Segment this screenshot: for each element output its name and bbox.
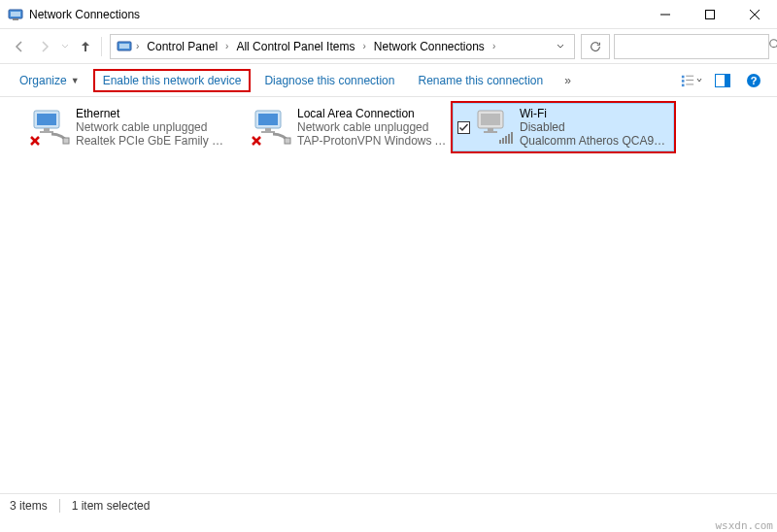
back-button[interactable]	[8, 35, 31, 58]
search-icon[interactable]	[768, 38, 777, 54]
connection-device: Realtek PCIe GbE Family Cont...	[76, 134, 229, 148]
recent-dropdown[interactable]	[58, 35, 72, 58]
svg-rect-15	[682, 83, 685, 86]
svg-rect-41	[484, 131, 497, 133]
connection-name: Wi-Fi	[520, 107, 671, 120]
connection-name: Local Area Connection	[297, 107, 451, 120]
enable-label: Enable this network device	[103, 74, 242, 87]
organize-button[interactable]: Organize ▼	[10, 69, 89, 92]
selection-count: 1 item selected	[72, 499, 151, 513]
diagnose-button[interactable]: Diagnose this connection	[254, 69, 404, 92]
svg-rect-1	[11, 12, 20, 17]
titlebar: Network Connections	[0, 0, 777, 29]
connection-item-local-area[interactable]: Local Area Connection Network cable unpl…	[231, 103, 453, 151]
svg-rect-22	[37, 114, 56, 125]
svg-rect-31	[265, 128, 271, 131]
connection-device: TAP-ProtonVPN Windows Ad...	[297, 134, 451, 148]
diagnose-label: Diagnose this connection	[264, 74, 394, 87]
preview-pane-button[interactable]	[709, 68, 736, 93]
connection-text: Local Area Connection Network cable unpl…	[295, 107, 451, 148]
connection-text: Wi-Fi Disabled Qualcomm Atheros QCA9377.…	[518, 107, 671, 148]
error-badge-icon	[249, 133, 264, 149]
enable-device-button[interactable]: Enable this network device	[93, 69, 252, 92]
connection-icon	[249, 106, 295, 149]
rename-label: Rename this connection	[418, 74, 543, 87]
statusbar: 3 items 1 item selected	[0, 493, 777, 516]
organize-label: Organize	[19, 74, 67, 87]
maximize-button[interactable]	[688, 0, 732, 29]
up-button[interactable]	[74, 35, 97, 58]
search-input[interactable]	[623, 40, 768, 53]
toolbar: Organize ▼ Enable this network device Di…	[0, 64, 777, 97]
window-title: Network Connections	[29, 8, 643, 21]
error-badge-icon	[27, 133, 43, 149]
svg-rect-39	[481, 114, 500, 125]
breadcrumb-item[interactable]: Network Connections	[370, 38, 489, 55]
navbar: › Control Panel › All Control Panel Item…	[0, 29, 777, 64]
refresh-button[interactable]	[581, 34, 610, 59]
connection-status: Network cable unplugged	[76, 120, 229, 134]
connection-text: Ethernet Network cable unplugged Realtek…	[74, 107, 229, 148]
svg-rect-45	[508, 134, 510, 144]
connection-icon	[471, 106, 518, 149]
connection-item-wifi[interactable]: Wi-Fi Disabled Qualcomm Atheros QCA9377.…	[453, 103, 674, 151]
svg-rect-30	[258, 114, 278, 125]
watermark: wsxdn.com	[715, 519, 773, 532]
svg-rect-42	[499, 140, 501, 144]
content-area: Ethernet Network cable unplugged Realtek…	[0, 97, 777, 509]
svg-rect-46	[511, 132, 513, 144]
forward-button[interactable]	[33, 35, 56, 58]
chevron-icon[interactable]: ›	[225, 41, 228, 51]
svg-rect-14	[686, 80, 693, 81]
svg-rect-23	[44, 128, 50, 131]
connection-name: Ethernet	[76, 107, 229, 120]
connection-device: Qualcomm Atheros QCA9377...	[520, 134, 671, 148]
rename-button[interactable]: Rename this connection	[408, 69, 553, 92]
svg-rect-40	[488, 128, 493, 131]
window-controls	[643, 0, 777, 29]
connection-status: Disabled	[520, 120, 671, 134]
svg-rect-11	[682, 75, 685, 78]
svg-text:?: ?	[751, 75, 758, 86]
svg-rect-13	[682, 80, 685, 83]
status-separator	[59, 499, 60, 513]
dropdown-arrow-icon: ▼	[71, 76, 80, 85]
nav-separator	[101, 37, 102, 56]
connection-item-ethernet[interactable]: Ethernet Network cable unplugged Realtek…	[10, 103, 231, 151]
svg-rect-18	[725, 75, 729, 86]
view-options-button[interactable]	[678, 68, 705, 93]
breadcrumb-item[interactable]: All Control Panel Items	[232, 38, 358, 55]
breadcrumb-item[interactable]: Control Panel	[143, 38, 221, 55]
more-commands-button[interactable]: »	[557, 69, 579, 92]
chevron-icon[interactable]: ›	[136, 41, 139, 51]
svg-rect-12	[686, 75, 693, 76]
svg-rect-2	[13, 18, 18, 20]
chevron-icon[interactable]: ›	[362, 41, 365, 51]
svg-point-9	[770, 40, 777, 48]
close-button[interactable]	[732, 0, 777, 29]
svg-rect-44	[505, 136, 507, 144]
connection-status: Network cable unplugged	[297, 120, 451, 134]
svg-rect-33	[285, 138, 290, 144]
svg-rect-25	[63, 138, 69, 144]
search-box[interactable]	[614, 34, 769, 59]
svg-rect-4	[706, 10, 715, 18]
item-count: 3 items	[10, 499, 48, 513]
address-dropdown[interactable]	[553, 40, 568, 53]
connection-icon	[27, 106, 74, 149]
svg-rect-8	[119, 44, 129, 49]
chevron-icon[interactable]: ›	[492, 41, 495, 51]
app-icon	[8, 7, 23, 22]
location-icon	[117, 39, 132, 54]
checkbox-selected[interactable]	[456, 121, 471, 134]
svg-rect-16	[686, 83, 693, 84]
address-bar[interactable]: › Control Panel › All Control Panel Item…	[110, 34, 575, 59]
help-button[interactable]: ?	[740, 68, 767, 93]
svg-rect-43	[502, 138, 504, 144]
minimize-button[interactable]	[643, 0, 688, 29]
